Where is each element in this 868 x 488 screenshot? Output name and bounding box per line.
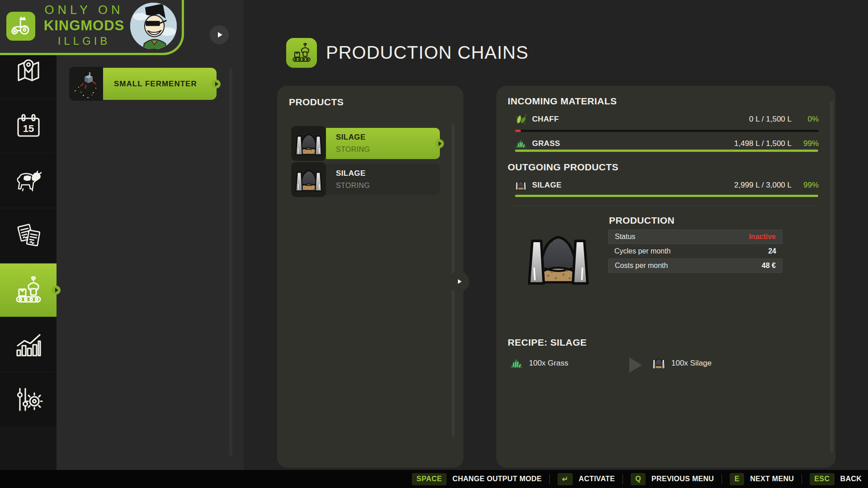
costs-value: 48 € xyxy=(762,262,776,270)
divider xyxy=(549,474,550,484)
incoming-materials-title: INCOMING MATERIALS xyxy=(508,96,617,107)
product-state: STORING xyxy=(336,145,440,154)
chaff-fill-bar xyxy=(515,130,819,132)
recipe-output-label: 100x Silage xyxy=(671,359,712,368)
material-amount: 1,498 L / 1,500 L xyxy=(734,139,792,148)
hint-label: PREVIOUS MENU xyxy=(651,475,714,483)
silage-bunker-thumbnail xyxy=(291,126,326,161)
status-value: Inactive xyxy=(749,233,776,241)
product-item-silage-2[interactable]: SILAGE STORING xyxy=(291,162,446,198)
sidebar-item-production-chains[interactable] xyxy=(0,263,57,317)
space-key: SPACE xyxy=(412,473,446,485)
silage-bunker-thumbnail xyxy=(291,162,326,197)
cow-icon xyxy=(14,166,43,195)
calendar-icon: 15 xyxy=(14,112,43,141)
material-amount: 2,999 L / 3,000 L xyxy=(734,181,792,190)
material-row-grass: GRASS 1,498 L / 1,500 L 99% xyxy=(515,137,819,150)
grass-fill-bar xyxy=(515,150,819,152)
chaff-icon xyxy=(515,113,527,125)
material-name: GRASS xyxy=(532,139,560,148)
outgoing-products-title: OUTGOING PRODUCTS xyxy=(508,162,618,173)
row-label: Costs per month xyxy=(615,262,668,270)
hint-label: ACTIVATE xyxy=(579,475,615,483)
tractor-logo-icon xyxy=(6,12,35,41)
sidebar-item-contracts[interactable] xyxy=(0,209,57,262)
hint-previous-menu[interactable]: Q PREVIOUS MENU xyxy=(631,473,714,485)
row-label: Cycles per month xyxy=(614,247,671,255)
page-title: PRODUCTION CHAINS xyxy=(326,42,528,63)
material-row-silage: SILAGE 2,999 L / 3,000 L 99% xyxy=(515,179,819,191)
statistics-icon xyxy=(14,330,43,359)
silage-icon xyxy=(515,179,527,191)
product-item-body: SILAGE STORING xyxy=(326,164,440,195)
chaff-fill xyxy=(515,130,521,132)
sidebar-selected-bump xyxy=(52,286,61,295)
material-name: SILAGE xyxy=(532,181,561,190)
product-name: SILAGE xyxy=(336,169,440,178)
product-item-body: SILAGE STORING xyxy=(326,128,440,159)
recipe-output: 100x Silage xyxy=(652,357,712,370)
kingmods-banner: ONLY ON KINGMODS ILLGIB xyxy=(0,0,184,55)
machine-list-scrollbar[interactable] xyxy=(229,68,232,455)
hint-next-menu[interactable]: E NEXT MENU xyxy=(730,473,794,485)
grass-icon xyxy=(509,357,523,370)
silage-bunker-image xyxy=(519,231,597,285)
hint-label: BACK xyxy=(840,475,862,483)
recipe-input-label: 100x Grass xyxy=(529,359,568,368)
branding-text: ONLY ON KINGMODS ILLGIB xyxy=(40,3,128,47)
branding-brand: KINGMODS xyxy=(40,18,128,34)
branding-tagline: ONLY ON xyxy=(40,3,128,17)
play-arrow-icon xyxy=(629,357,642,373)
details-scrollbar[interactable] xyxy=(830,101,833,453)
material-row-chaff: CHAFF 0 L / 1,500 L 0% xyxy=(515,113,819,125)
recipe-input: 100x Grass xyxy=(509,357,568,370)
sidebar-item-settings[interactable] xyxy=(0,373,57,426)
q-key: Q xyxy=(631,473,646,485)
hint-label: NEXT MENU xyxy=(750,475,794,483)
collapse-list-button[interactable] xyxy=(210,25,229,44)
products-title: PRODUCTS xyxy=(289,97,344,108)
sidebar: 15 xyxy=(0,0,57,470)
page-icon-badge xyxy=(286,38,317,68)
production-table: Status Inactive Cycles per month 24 Cost… xyxy=(608,230,783,273)
product-selected-arrow xyxy=(435,139,444,148)
silage-icon xyxy=(652,357,665,370)
branding-author: ILLGIB xyxy=(40,35,128,47)
silage-fill xyxy=(515,195,818,197)
machine-item-arrow xyxy=(212,80,221,89)
divider xyxy=(623,474,623,484)
table-row-status: Status Inactive xyxy=(608,230,783,244)
enter-key-icon: ↵ xyxy=(557,473,573,485)
e-key: E xyxy=(730,473,744,485)
row-label: Status xyxy=(615,233,635,241)
material-amount: 0 L / 1,500 L xyxy=(749,115,792,124)
grass-icon xyxy=(515,138,527,150)
details-panel: INCOMING MATERIALS CHAFF 0 L / 1,500 L 0… xyxy=(496,86,835,468)
divider xyxy=(722,474,722,484)
hint-activate[interactable]: ↵ ACTIVATE xyxy=(557,473,615,485)
calendar-day: 15 xyxy=(23,123,33,134)
recipe-title: RECIPE: SILAGE xyxy=(508,337,587,348)
hint-change-output-mode[interactable]: SPACE CHANGE OUTPUT MODE xyxy=(412,473,542,485)
production-chains-icon xyxy=(291,42,312,63)
hint-back[interactable]: ESC BACK xyxy=(810,473,862,485)
silage-fill-bar xyxy=(515,195,819,197)
material-percent: 99% xyxy=(792,139,819,148)
keybind-bar: SPACE CHANGE OUTPUT MODE ↵ ACTIVATE Q PR… xyxy=(0,470,868,488)
sidebar-item-statistics[interactable] xyxy=(0,318,57,371)
product-item-silage-1[interactable]: SILAGE STORING xyxy=(291,126,446,162)
section-divider xyxy=(515,206,819,206)
grass-fill xyxy=(515,150,818,152)
sidebar-item-calendar[interactable]: 15 xyxy=(0,99,57,153)
machine-list-item-body: SMALL FERMENTER xyxy=(103,68,217,100)
expand-details-button[interactable] xyxy=(448,271,469,292)
map-icon xyxy=(14,57,43,86)
sidebar-item-animals[interactable] xyxy=(0,154,57,207)
machine-list-item-small-fermenter[interactable]: SMALL FERMENTER xyxy=(69,67,217,101)
production-chains-icon xyxy=(14,276,43,305)
production-title: PRODUCTION xyxy=(609,215,675,226)
material-name: CHAFF xyxy=(532,115,559,124)
esc-key: ESC xyxy=(810,473,834,485)
right-arrow-icon xyxy=(458,279,462,284)
material-percent: 99% xyxy=(792,181,819,190)
